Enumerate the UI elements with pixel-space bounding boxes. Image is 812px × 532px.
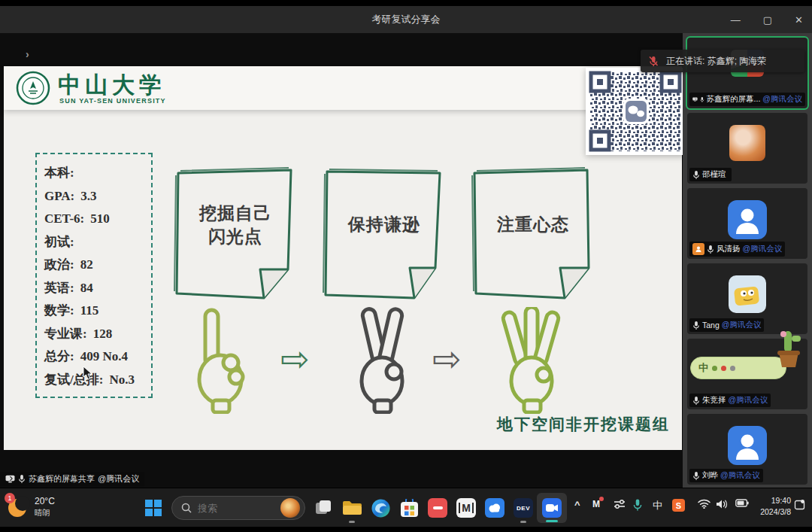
tray-microphone[interactable] (633, 499, 642, 511)
taskbar-search[interactable] (171, 496, 305, 520)
participant-label: 朱竞择@腾讯会议 (689, 394, 771, 407)
store-icon (400, 499, 419, 518)
speaker-icon (716, 499, 728, 509)
participant-tile[interactable]: 风清扬@腾讯会议 (687, 188, 807, 259)
screen-share-icon (5, 475, 15, 483)
university-emblem-icon (16, 71, 50, 105)
cactus-plant-icon (773, 330, 803, 370)
arrow-right-icon: ⇨ (432, 342, 462, 376)
sticky-note-1: 挖掘自己 闪光点 (169, 163, 301, 306)
weather-moon-icon: 1 (6, 494, 30, 520)
edge-browser-button[interactable] (370, 497, 391, 518)
arrow-right-icon: ⇨ (280, 342, 310, 376)
microsoft-store-button[interactable] (398, 497, 420, 518)
tray-m-app[interactable]: M (592, 499, 600, 509)
note-text: 保持谦逊 (329, 181, 440, 269)
clock-time: 19:40 (750, 495, 791, 506)
tray-sogou[interactable]: S (672, 499, 685, 512)
decorative-dot (712, 366, 717, 371)
wechat-qr-code (586, 68, 685, 155)
running-indicator (520, 521, 526, 523)
tray-wifi[interactable] (698, 499, 710, 509)
screen-share-slide: 中山大学 SUN YAT-SEN UNIVERSITY (4, 66, 682, 450)
tray-clock[interactable]: 19:40 2024/3/8 (750, 495, 791, 518)
red-app-button[interactable] (427, 497, 448, 518)
tray-battery[interactable] (735, 499, 749, 507)
participant-tile[interactable]: Tang@腾讯会议 (687, 263, 807, 334)
minimize-button[interactable]: — (731, 14, 741, 26)
participant-label: 邵槿瑄 (689, 168, 732, 181)
share-bar-suffix: @腾讯会议 (98, 473, 139, 485)
screen: 考研复试分享会 — ▢ ✕ › 中山大学 SUN YAT-SEN UNIVERS… (0, 0, 812, 532)
participant-tile[interactable]: 邵槿瑄 (687, 113, 807, 184)
participant-tile-screen-share[interactable]: 苏鑫辉的屏幕...@腾讯会议 (687, 38, 807, 108)
tencent-meeting-button[interactable] (537, 493, 567, 523)
clock-date: 2024/3/8 (750, 506, 791, 518)
avatar (729, 125, 765, 161)
stat-row: 政治:82 (44, 254, 144, 277)
meeting-titlebar: 考研复试分享会 — ▢ ✕ (0, 6, 812, 33)
start-button[interactable] (144, 499, 162, 517)
tray-notifications[interactable] (794, 499, 805, 510)
folder-icon (342, 500, 362, 516)
tray-chevron-up[interactable]: ^ (574, 499, 580, 510)
stat-row: CET-6:510 (44, 208, 144, 231)
screen-share-status-pill[interactable]: 苏鑫辉的屏幕共享 @腾讯会议 (0, 472, 144, 486)
sticky-note-2: 保持谦逊 (318, 163, 450, 306)
decorative-dot (721, 366, 726, 371)
notification-badge: 1 (5, 493, 15, 503)
participant-tile[interactable]: 刘晔@腾讯会议 (687, 414, 807, 485)
window-controls: — ▢ ✕ (731, 6, 803, 33)
weather-widget[interactable]: 1 20°C 晴朗 (6, 494, 55, 520)
participant-label: 风清扬@腾讯会议 (689, 242, 785, 257)
search-input[interactable] (198, 503, 271, 514)
speaking-toast: 正在讲话: 苏鑫辉; 陶海荣 (641, 50, 804, 72)
tray-volume[interactable] (716, 499, 728, 509)
mic-icon (692, 396, 700, 406)
expand-panel-chevron-icon[interactable]: › (26, 48, 29, 60)
stat-row: 总分:409 No.4 (44, 345, 144, 369)
participants-sidebar: 苏鑫辉的屏幕...@腾讯会议 邵槿瑄 (683, 33, 812, 488)
stat-row: GPA:3.3 (44, 185, 144, 208)
windows-taskbar: 1 20°C 晴朗 (0, 488, 812, 527)
dev-icon: DEV (514, 498, 533, 518)
participant-label: 刘晔@腾讯会议 (689, 469, 763, 482)
sogou-icon: S (672, 499, 685, 512)
note-text: 挖掘自己 闪光点 (180, 181, 291, 269)
wifi-icon (698, 499, 710, 509)
mic-icon (707, 245, 714, 254)
mic-icon (692, 170, 700, 180)
share-bar-name: 苏鑫辉的屏幕共享 (29, 473, 95, 485)
mic-icon (692, 321, 700, 330)
maximize-button[interactable]: ▢ (763, 14, 772, 26)
dev-app-button[interactable]: DEV (513, 497, 534, 518)
participant-tile-decorated[interactable]: 中 朱竞择@腾讯会议 (687, 339, 807, 409)
cartoon-avatar (729, 275, 766, 313)
mouse-cursor (83, 366, 93, 381)
university-name-en: SUN YAT-SEN UNIVERSITY (59, 97, 166, 105)
search-icon (181, 503, 192, 513)
tray-mixer[interactable] (614, 499, 626, 509)
stat-row: 本科: (44, 162, 144, 185)
m-app-button[interactable]: M (456, 497, 477, 518)
stat-row: 数学:115 (44, 299, 144, 323)
file-explorer-button[interactable] (341, 497, 362, 518)
tray-ime-indicator[interactable]: 中 (653, 499, 662, 512)
search-highlight-thumbnail[interactable] (280, 498, 300, 518)
close-button[interactable]: ✕ (795, 14, 803, 26)
participant-label: Tang@腾讯会议 (689, 318, 764, 332)
task-view-icon (314, 499, 332, 517)
task-view-button[interactable] (313, 497, 334, 518)
screen-share-icon (692, 96, 698, 103)
battery-icon (735, 499, 749, 507)
tencent-meeting-icon (542, 498, 562, 518)
cloud-icon (485, 498, 504, 518)
sliders-icon (614, 499, 626, 509)
stat-row: 英语:84 (44, 277, 144, 300)
cloud-app-button[interactable] (484, 497, 505, 518)
note-text: 注重心态 (477, 181, 589, 269)
mic-icon (633, 499, 642, 511)
mic-muted-icon (648, 56, 659, 67)
weather-condition: 晴朗 (35, 508, 55, 518)
running-indicator (349, 521, 355, 523)
